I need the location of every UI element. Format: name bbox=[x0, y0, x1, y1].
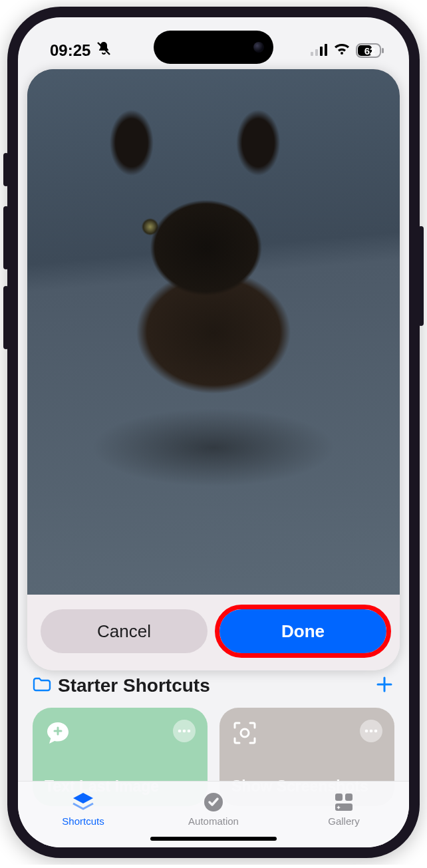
svg-point-16 bbox=[374, 730, 378, 733]
add-shortcut-button[interactable] bbox=[374, 674, 394, 697]
svg-point-15 bbox=[370, 730, 373, 733]
battery-percent: 62 bbox=[359, 45, 380, 57]
card-more-button[interactable] bbox=[360, 720, 382, 742]
side-button-silent bbox=[3, 153, 9, 186]
tab-gallery[interactable]: Gallery bbox=[279, 782, 409, 835]
silent-mode-icon bbox=[96, 41, 112, 61]
sparkle-grid-icon bbox=[333, 791, 355, 813]
svg-point-12 bbox=[188, 730, 191, 733]
svg-rect-4 bbox=[325, 44, 327, 56]
screen: 09:25 62 Cancel bbox=[18, 17, 409, 847]
cancel-button[interactable]: Cancel bbox=[41, 609, 208, 653]
status-time: 09:25 bbox=[50, 41, 90, 60]
svg-rect-1 bbox=[311, 52, 313, 56]
card-more-button[interactable] bbox=[173, 720, 196, 742]
battery-icon: 62 bbox=[356, 43, 384, 58]
home-indicator[interactable] bbox=[150, 837, 277, 841]
side-button-volume-down bbox=[3, 286, 9, 349]
svg-rect-18 bbox=[335, 794, 343, 801]
dynamic-island bbox=[154, 31, 273, 64]
tab-label: Automation bbox=[188, 815, 239, 827]
preview-photo[interactable] bbox=[27, 69, 400, 595]
folder-icon bbox=[33, 676, 51, 695]
wifi-icon bbox=[333, 41, 351, 60]
side-button-power bbox=[418, 226, 424, 326]
svg-rect-3 bbox=[320, 47, 323, 56]
svg-point-11 bbox=[183, 730, 186, 733]
front-camera bbox=[253, 42, 264, 53]
preview-button-row: Cancel Done bbox=[27, 595, 400, 670]
done-button-wrap: Done bbox=[219, 609, 386, 653]
layers-icon bbox=[71, 791, 95, 813]
photo-preview-sheet: Cancel Done bbox=[27, 69, 400, 670]
svg-point-13 bbox=[241, 729, 249, 737]
chat-plus-icon bbox=[45, 720, 71, 746]
section-header-left[interactable]: Starter Shortcuts bbox=[33, 675, 210, 696]
side-button-volume-up bbox=[3, 206, 9, 269]
svg-point-14 bbox=[365, 730, 368, 733]
tab-label: Shortcuts bbox=[62, 815, 104, 827]
svg-rect-7 bbox=[382, 48, 384, 53]
section-header: Starter Shortcuts bbox=[18, 674, 409, 704]
clock-check-icon bbox=[203, 791, 224, 813]
section-title: Starter Shortcuts bbox=[58, 675, 210, 696]
svg-rect-19 bbox=[345, 794, 353, 801]
tab-automation[interactable]: Automation bbox=[148, 782, 279, 835]
status-bar-right: 62 bbox=[311, 41, 384, 60]
done-button[interactable]: Done bbox=[219, 609, 386, 653]
phone-frame: 09:25 62 Cancel bbox=[7, 7, 420, 858]
status-bar-left: 09:25 bbox=[50, 41, 112, 61]
tab-label: Gallery bbox=[328, 815, 360, 827]
cellular-signal-icon bbox=[311, 41, 328, 60]
viewfinder-camera-icon bbox=[231, 720, 258, 746]
tab-shortcuts[interactable]: Shortcuts bbox=[18, 782, 148, 835]
svg-rect-2 bbox=[315, 49, 318, 56]
svg-point-10 bbox=[178, 730, 182, 733]
